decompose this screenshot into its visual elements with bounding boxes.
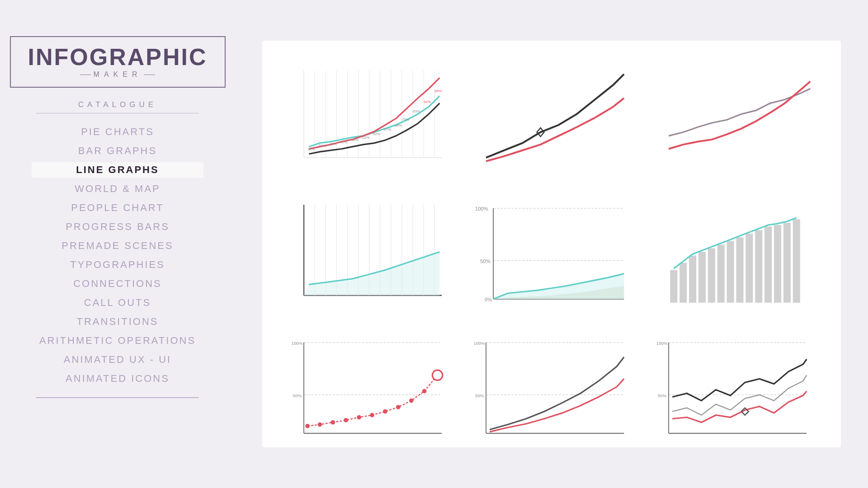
chart-3[interactable] <box>654 63 814 179</box>
chart-1[interactable]: 38% 40% 43% 45% 46% 53% 62% 67% 68% 75% … <box>289 63 449 179</box>
svg-point-78 <box>383 409 387 414</box>
nav-transitions[interactable]: TRANSITIONS <box>68 314 168 329</box>
nav-connections[interactable]: CONNECTIONS <box>64 276 171 291</box>
svg-text:68%: 68% <box>395 123 402 127</box>
svg-rect-59 <box>736 237 743 303</box>
svg-text:53%: 53% <box>362 136 369 140</box>
catalogue-label: CATALOGUE <box>78 100 157 109</box>
svg-text:38%: 38% <box>307 147 315 151</box>
logo-sub: MAKER <box>28 70 208 79</box>
svg-text:100%: 100% <box>475 206 488 211</box>
nav-animated-icons[interactable]: ANIMATED ICONS <box>57 371 179 386</box>
svg-text:75%: 75% <box>402 117 409 122</box>
nav-call-outs[interactable]: CALL OUTS <box>75 295 160 310</box>
svg-rect-54 <box>689 255 696 302</box>
svg-rect-55 <box>698 252 706 302</box>
svg-text:95%: 95% <box>434 89 442 93</box>
chart-4-svg <box>289 197 449 314</box>
chart-2[interactable] <box>472 63 631 179</box>
nav-typographies[interactable]: TYPOGRAPHIES <box>61 257 174 272</box>
nav-line-graphs[interactable]: LINE GRAPHS <box>32 162 203 178</box>
chart-3-svg <box>654 63 814 179</box>
svg-rect-65 <box>793 219 800 303</box>
chart-6[interactable] <box>654 197 814 314</box>
svg-point-76 <box>357 415 361 420</box>
nav-world-map[interactable]: WORLD & MAP <box>66 181 169 197</box>
svg-point-73 <box>318 422 322 427</box>
nav-arithmetic-ops[interactable]: ARITHMETIC OPERATIONS <box>30 333 205 348</box>
logo-box: INFOGRAPHIC MAKER <box>10 36 226 88</box>
svg-text:92%: 92% <box>424 100 431 104</box>
svg-point-77 <box>370 413 374 418</box>
svg-point-74 <box>331 420 335 425</box>
chart-5-svg: 100% 50% 0% <box>472 197 631 314</box>
svg-text:100%: 100% <box>656 341 667 346</box>
svg-text:100%: 100% <box>474 341 485 346</box>
svg-rect-62 <box>764 226 772 303</box>
svg-text:46%: 46% <box>351 138 359 142</box>
svg-point-72 <box>305 424 310 428</box>
chart-8[interactable]: 100% 50% <box>472 332 631 448</box>
chart-9-svg: 100% 50% <box>654 332 814 448</box>
chart-7-svg: 100% 50% <box>289 332 449 448</box>
nav-premade-scenes[interactable]: PREMADE SCENES <box>52 238 182 253</box>
logo-main: INFOGRAPHIC <box>28 45 208 69</box>
svg-rect-64 <box>783 223 791 303</box>
svg-rect-57 <box>717 244 724 302</box>
main-content: 38% 40% 43% 45% 46% 53% 62% 67% 68% 75% … <box>235 0 868 488</box>
chart-5[interactable]: 100% 50% 0% <box>472 197 631 314</box>
svg-rect-53 <box>679 263 687 303</box>
nav-bar-graphs[interactable]: BAR GRAPHS <box>69 143 166 159</box>
chart-6-svg <box>654 197 814 314</box>
svg-rect-60 <box>745 234 753 303</box>
nav-progress-bars[interactable]: PROGRESS BARS <box>57 219 179 235</box>
svg-text:62%: 62% <box>373 132 380 136</box>
chart-9[interactable]: 100% 50% <box>654 332 814 448</box>
svg-text:50%: 50% <box>481 258 491 264</box>
chart-2-svg <box>472 63 631 179</box>
svg-rect-58 <box>726 241 734 303</box>
svg-rect-63 <box>774 225 781 303</box>
svg-rect-56 <box>708 248 715 302</box>
chart-7[interactable]: 100% 50% <box>289 332 449 448</box>
svg-text:45%: 45% <box>340 140 347 144</box>
svg-text:83%: 83% <box>413 109 420 113</box>
nav-menu: PIE CHARTS BAR GRAPHS LINE GRAPHS WORLD … <box>0 124 235 386</box>
chart-1-svg: 38% 40% 43% 45% 46% 53% 62% 67% 68% 75% … <box>289 63 449 179</box>
svg-text:50%: 50% <box>658 393 667 398</box>
chart-panel: 38% 40% 43% 45% 46% 53% 62% 67% 68% 75% … <box>262 41 841 447</box>
svg-text:40%: 40% <box>318 144 326 148</box>
svg-point-80 <box>409 399 414 403</box>
svg-text:100%: 100% <box>292 341 303 346</box>
nav-pie-charts[interactable]: PIE CHARTS <box>72 124 163 140</box>
svg-text:43%: 43% <box>329 142 336 146</box>
chart-8-svg: 100% 50% <box>472 332 631 448</box>
nav-people-chart[interactable]: PEOPLE CHART <box>62 200 173 216</box>
svg-point-79 <box>396 405 401 409</box>
svg-text:50%: 50% <box>293 393 302 398</box>
svg-text:0%: 0% <box>485 297 492 302</box>
chart-4[interactable] <box>289 197 449 314</box>
top-divider <box>36 113 199 113</box>
svg-text:50%: 50% <box>475 393 484 398</box>
svg-rect-61 <box>755 230 762 303</box>
svg-point-81 <box>422 389 427 394</box>
sidebar: INFOGRAPHIC MAKER CATALOGUE PIE CHARTS B… <box>0 0 235 488</box>
bottom-divider <box>36 397 199 398</box>
svg-text:67%: 67% <box>384 127 391 131</box>
svg-rect-52 <box>670 270 677 303</box>
svg-point-75 <box>344 418 348 422</box>
svg-point-82 <box>432 370 442 380</box>
nav-animated-ux-ui[interactable]: ANIMATED UX - UI <box>55 352 180 367</box>
